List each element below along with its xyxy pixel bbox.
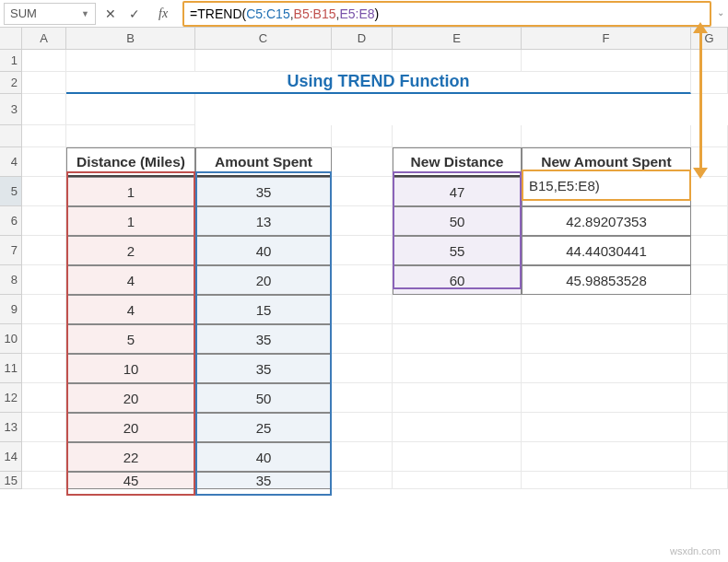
col-header-F[interactable]: F [522,28,691,50]
cell-B11[interactable]: 10 [66,354,195,383]
cell-G6[interactable] [691,206,728,236]
cell-F15[interactable] [522,472,691,489]
cell-A15[interactable] [22,472,66,489]
expand-formula-bar-icon[interactable]: ⌄ [717,7,724,18]
cell-G9[interactable] [691,295,728,324]
cell-E8[interactable]: 60 [393,265,522,295]
cell-A6[interactable] [22,206,66,236]
cell-G13[interactable] [691,413,728,442]
cell-C9[interactable]: 15 [195,295,332,324]
cell-D11[interactable] [332,354,393,383]
cell-F10[interactable] [522,324,691,354]
cell-G14[interactable] [691,442,728,472]
row-header-3[interactable]: 3 [0,94,22,125]
col-header-B[interactable]: B [66,28,195,50]
cell-B10[interactable]: 5 [66,324,195,354]
cell-D7[interactable] [332,236,393,265]
cell-D4[interactable] [332,147,393,177]
cell-A9[interactable] [22,295,66,324]
cell-E6[interactable]: 50 [393,206,522,236]
cell-G10[interactable] [691,324,728,354]
cell-C6[interactable]: 13 [195,206,332,236]
header-new-distance[interactable]: New Distance [393,147,522,177]
formula-bar[interactable]: =TREND(C5:C15,B5:B15,E5:E8) [182,1,711,27]
cell-B14[interactable]: 22 [66,442,195,472]
cell-A14[interactable] [22,442,66,472]
row-header-11[interactable]: 11 [0,354,22,383]
cell-B5[interactable]: 1 [66,177,195,206]
row-header-8[interactable]: 8 [0,265,22,295]
cell-C7[interactable]: 40 [195,236,332,265]
title-cell[interactable]: Using TREND Function [66,72,691,94]
row-header-14[interactable]: 14 [0,442,22,472]
cell-E15[interactable] [393,472,522,489]
cell-C14[interactable]: 40 [195,442,332,472]
cell-B12[interactable]: 20 [66,383,195,413]
cell-C11[interactable]: 35 [195,354,332,383]
cell-E3[interactable] [393,125,522,147]
cell-G7[interactable] [691,236,728,265]
cell-G2[interactable] [691,72,728,94]
cell-D1[interactable] [332,50,393,72]
cell-C12[interactable]: 50 [195,383,332,413]
cell-F1[interactable] [522,50,691,72]
cell-D6[interactable] [332,206,393,236]
cell-D3[interactable] [332,125,393,147]
cell-F6[interactable]: 42.89207353 [522,206,691,236]
cell-B6[interactable]: 1 [66,206,195,236]
cell-A5[interactable] [22,177,66,206]
row-header-7[interactable]: 7 [0,236,22,265]
select-all-corner[interactable] [0,28,22,50]
cell-F12[interactable] [522,383,691,413]
row-header-1[interactable]: 1 [0,50,22,72]
cell-E1[interactable] [393,50,522,72]
cell-A3[interactable] [22,94,66,125]
cell-G12[interactable] [691,383,728,413]
cell-C15[interactable]: 35 [195,472,332,489]
cell-E7[interactable]: 55 [393,236,522,265]
cell-G3[interactable] [691,125,728,147]
cell-D8[interactable] [332,265,393,295]
cell-B7[interactable]: 2 [66,236,195,265]
col-header-E[interactable]: E [393,28,522,50]
cell-C5[interactable]: 35 [195,177,332,206]
cell-E14[interactable] [393,442,522,472]
row-header-3b[interactable] [0,125,22,147]
spreadsheet-grid[interactable]: A B C D E F G 1 2 Using TREND Function 3… [0,28,728,489]
cell-C8[interactable]: 20 [195,265,332,295]
cell-D14[interactable] [332,442,393,472]
cell-A4[interactable] [22,147,66,177]
cell-F7[interactable]: 44.44030441 [522,236,691,265]
cell-D5[interactable] [332,177,393,206]
col-header-D[interactable]: D [332,28,393,50]
cell-A2b[interactable] [22,72,66,94]
row-header-6[interactable]: 6 [0,206,22,236]
cell-E5[interactable]: 47 [393,177,522,206]
cell-E11[interactable] [393,354,522,383]
cell-A2[interactable] [66,94,195,125]
cell-A7[interactable] [22,236,66,265]
cell-G1[interactable] [691,50,728,72]
cell-C13[interactable]: 25 [195,413,332,442]
cell-C3[interactable] [195,125,332,147]
cell-E13[interactable] [393,413,522,442]
cell-A10[interactable] [22,324,66,354]
cell-E10[interactable] [393,324,522,354]
row-header-4[interactable]: 4 [0,147,22,177]
chevron-down-icon[interactable]: ▼ [81,9,89,18]
row-header-10[interactable]: 10 [0,324,22,354]
row-header-12[interactable]: 12 [0,383,22,413]
cell-F13[interactable] [522,413,691,442]
cell-A12[interactable] [22,383,66,413]
fx-icon[interactable]: fx [153,6,173,21]
header-distance[interactable]: Distance (Miles) [66,147,195,177]
col-header-A[interactable]: A [22,28,66,50]
row-header-15[interactable]: 15 [0,472,22,489]
cell-B3[interactable] [66,125,195,147]
cell-D15[interactable] [332,472,393,489]
cell-A11[interactable] [22,354,66,383]
row-header-13[interactable]: 13 [0,413,22,442]
cell-G15[interactable] [691,472,728,489]
cell-B8[interactable]: 4 [66,265,195,295]
row-header-9[interactable]: 9 [0,295,22,324]
